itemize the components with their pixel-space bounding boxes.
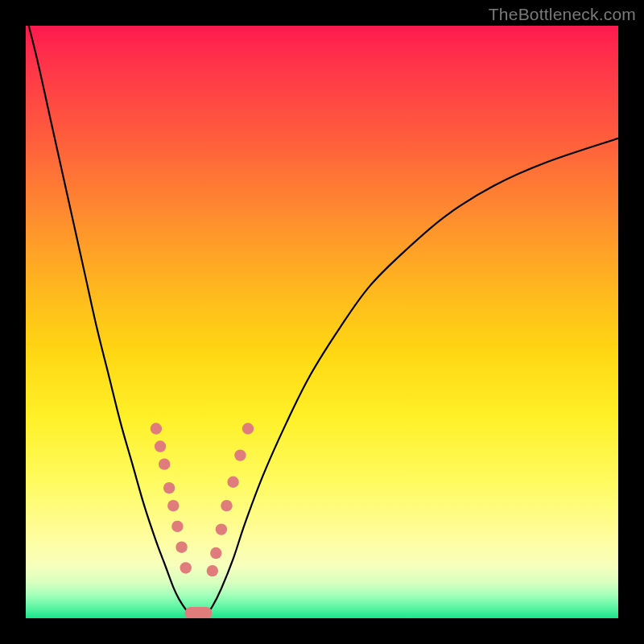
curve-marker-dot bbox=[180, 562, 192, 573]
curve-marker-dot bbox=[167, 500, 179, 511]
bottleneck-curve-left bbox=[26, 26, 191, 614]
curve-marker-dot bbox=[159, 458, 170, 469]
curve-marker-dot bbox=[234, 449, 246, 460]
curve-layer bbox=[26, 26, 618, 618]
curve-bottom-pill bbox=[185, 607, 213, 618]
bottleneck-curve-right bbox=[206, 138, 618, 614]
curve-marker-dot bbox=[227, 477, 238, 488]
plot-area bbox=[26, 26, 618, 618]
curve-marker-dot bbox=[216, 523, 227, 535]
curve-marker-dot bbox=[221, 500, 232, 511]
curve-marker-dot bbox=[242, 423, 254, 434]
curve-marker-dot bbox=[155, 440, 166, 452]
curve-marker-dot bbox=[207, 565, 218, 576]
curve-marker-dot bbox=[163, 482, 175, 493]
curve-marker-dot bbox=[210, 547, 221, 559]
watermark-text: TheBottleneck.com bbox=[489, 5, 636, 24]
curve-marker-dot bbox=[175, 541, 187, 552]
curve-marker-dot bbox=[171, 521, 183, 532]
outer-frame: TheBottleneck.com bbox=[0, 0, 644, 644]
marker-group bbox=[151, 423, 254, 618]
curve-marker-dot bbox=[151, 423, 162, 434]
